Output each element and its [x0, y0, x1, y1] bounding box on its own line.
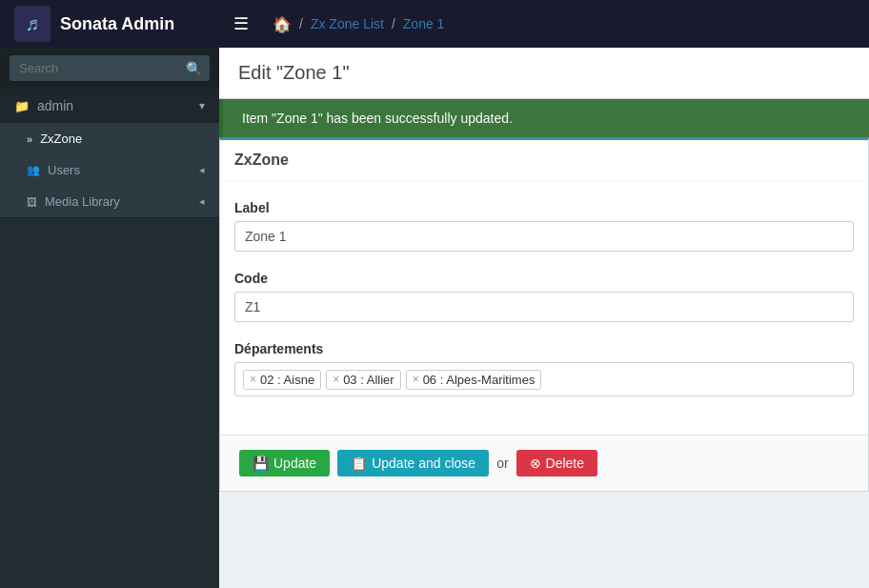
chevron-icon: ▾	[199, 99, 205, 112]
tag-aisne-label: 02 : Aisne	[260, 373, 314, 387]
menu-toggle-button[interactable]: ☰	[219, 13, 263, 34]
sidebar-item-users[interactable]: 👥 Users ◂	[0, 154, 219, 186]
sidebar-item-media-library[interactable]: 🖼 Media Library ◂	[0, 186, 219, 217]
alert-text: Item "Zone 1" has been successfully upda…	[242, 111, 513, 126]
logo-icon: ♬	[14, 6, 51, 42]
alert-success: Item "Zone 1" has been successfully upda…	[219, 99, 869, 137]
tag-alpes-maritimes: × 06 : Alpes-Maritimes	[406, 370, 542, 390]
users-chevron-icon: ◂	[199, 164, 205, 176]
brand: ♬ Sonata Admin	[0, 0, 219, 48]
folder-icon: 📁	[14, 99, 30, 113]
form-box: ZxZone Label Code Départements × 02 : Ai…	[219, 137, 869, 492]
sidebar-zxzone-label: ZxZone	[40, 132, 82, 146]
main-layout: 🔍 📁 admin ▾ » ZxZone	[0, 48, 869, 588]
departements-tags[interactable]: × 02 : Aisne × 03 : Allier × 06 : Alpes-…	[234, 362, 854, 396]
sidebar-admin-label: admin	[37, 98, 73, 113]
form-section-title: ZxZone	[220, 140, 868, 181]
navbar: ♬ Sonata Admin ☰ 🏠 / Zx Zone List / Zone…	[0, 0, 869, 48]
delete-label: Delete	[546, 456, 584, 471]
breadcrumb-home[interactable]: 🏠	[273, 15, 292, 33]
tag-allier-remove[interactable]: ×	[333, 374, 339, 385]
tag-allier-label: 03 : Allier	[343, 373, 394, 387]
sidebar-menu: 📁 admin ▾ » ZxZone 👥	[0, 89, 219, 218]
form-actions: 💾 Update 📋 Update and close or ⊗ Delete	[220, 435, 868, 491]
tag-allier: × 03 : Allier	[326, 370, 401, 390]
page-title: Edit "Zone 1"	[238, 62, 850, 84]
tag-alpes-remove[interactable]: ×	[413, 374, 419, 385]
sidebar-media-link[interactable]: 🖼 Media Library ◂	[0, 186, 219, 217]
code-input[interactable]	[234, 292, 854, 322]
media-chevron-icon: ◂	[199, 195, 205, 208]
form-content: Label Code Départements × 02 : Aisne	[220, 181, 868, 435]
sidebar-users-label: Users	[48, 163, 80, 177]
content: Edit "Zone 1" Item "Zone 1" has been suc…	[219, 48, 869, 588]
content-header: Edit "Zone 1"	[219, 48, 869, 99]
sidebar-admin-toggle[interactable]: 📁 admin ▾	[0, 89, 219, 123]
or-text: or	[496, 456, 508, 471]
label-field-label: Label	[234, 200, 854, 215]
departements-field-label: Départements	[234, 341, 854, 356]
update-close-button[interactable]: 📋 Update and close	[337, 450, 489, 476]
users-icon: 👥	[27, 164, 40, 176]
tag-aisne: × 02 : Aisne	[243, 370, 321, 390]
search-box: 🔍	[0, 48, 219, 89]
update-button[interactable]: 💾 Update	[239, 450, 330, 476]
label-input[interactable]	[234, 221, 854, 252]
sidebar-submenu: » ZxZone 👥 Users ◂ 🖼	[0, 123, 219, 217]
label-field-group: Label	[234, 200, 854, 252]
search-wrapper: 🔍	[10, 55, 210, 81]
breadcrumb-zxzone-list[interactable]: Zx Zone List	[311, 16, 384, 31]
sidebar-media-label: Media Library	[45, 194, 120, 209]
search-input[interactable]	[10, 55, 210, 81]
code-field-group: Code	[234, 271, 854, 322]
sidebar-item-admin: 📁 admin ▾ » ZxZone 👥	[0, 89, 219, 218]
update-close-label: Update and close	[372, 456, 475, 471]
delete-button[interactable]: ⊗ Delete	[516, 450, 597, 476]
breadcrumb: 🏠 / Zx Zone List / Zone 1	[263, 15, 454, 33]
sidebar-zxzone-link[interactable]: » ZxZone	[0, 123, 219, 154]
code-field-label: Code	[234, 271, 854, 286]
update-label: Update	[273, 456, 316, 471]
delete-icon: ⊗	[530, 456, 541, 471]
breadcrumb-sep-2: /	[392, 16, 395, 31]
media-icon: 🖼	[27, 196, 37, 208]
tag-aisne-remove[interactable]: ×	[250, 374, 256, 385]
sidebar-item-zxzone[interactable]: » ZxZone	[0, 123, 219, 154]
breadcrumb-sep-1: /	[299, 16, 303, 31]
submenu-arrow-icon: »	[27, 133, 32, 145]
tag-alpes-label: 06 : Alpes-Maritimes	[423, 373, 536, 387]
breadcrumb-current: Zone 1	[403, 16, 445, 31]
search-icon-button[interactable]: 🔍	[186, 61, 202, 76]
sidebar-users-link[interactable]: 👥 Users ◂	[0, 154, 219, 186]
departements-field-group: Départements × 02 : Aisne × 03 : Allier …	[234, 341, 854, 396]
app-name: Sonata Admin	[60, 14, 174, 34]
save-list-icon: 📋	[351, 456, 367, 471]
save-icon: 💾	[253, 456, 269, 471]
sidebar: 🔍 📁 admin ▾ » ZxZone	[0, 48, 219, 588]
